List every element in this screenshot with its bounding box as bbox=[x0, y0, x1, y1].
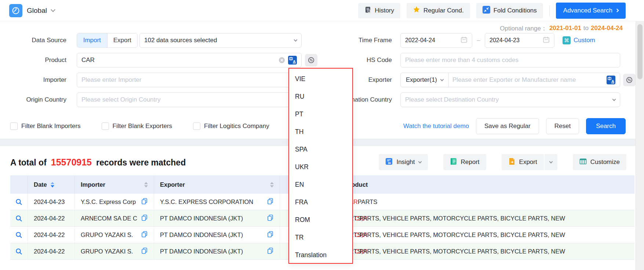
exporter-field: Exporter(1) A bbox=[400, 73, 620, 87]
exporter-header-label: Exporter bbox=[160, 181, 185, 188]
history-button[interactable]: History bbox=[358, 3, 400, 18]
copy-icon[interactable] bbox=[138, 231, 148, 239]
export-more-button[interactable] bbox=[544, 154, 557, 170]
sort-icon[interactable] bbox=[144, 182, 148, 187]
synonym-search-icon[interactable] bbox=[623, 74, 636, 86]
product-input[interactable] bbox=[81, 56, 276, 64]
detail-search-icon[interactable] bbox=[15, 215, 23, 222]
time-frame-end-input[interactable]: 2024-04-23 bbox=[485, 33, 554, 48]
language-option[interactable]: SPA bbox=[289, 141, 352, 158]
insight-icon: BI bbox=[385, 158, 393, 167]
copy-icon[interactable] bbox=[138, 214, 148, 223]
report-icon bbox=[450, 158, 457, 167]
time-frame-start-input[interactable]: 2022-04-24 bbox=[400, 33, 472, 48]
copy-icon[interactable] bbox=[264, 231, 274, 239]
filter-blank-importers-checkbox[interactable]: Filter Blank Importers bbox=[10, 123, 81, 130]
trade-search-page: Global History Regular Cond. Fold Condit… bbox=[0, 0, 644, 270]
tab-export[interactable]: Export bbox=[107, 33, 138, 47]
date-cell: 2024-04-22 bbox=[28, 210, 75, 226]
language-option[interactable]: EN bbox=[289, 176, 352, 193]
chevron-down-icon bbox=[418, 160, 422, 163]
global-logo-icon bbox=[9, 4, 22, 17]
customize-button[interactable]: Customize bbox=[573, 154, 626, 170]
chevron-right-icon bbox=[615, 9, 619, 12]
synonym-search-icon[interactable] bbox=[305, 54, 317, 66]
star-icon bbox=[413, 6, 420, 15]
language-option[interactable]: FRA bbox=[289, 193, 352, 211]
fold-conditions-label: Fold Conditions bbox=[494, 7, 537, 14]
tab-import[interactable]: Import bbox=[77, 33, 107, 47]
product-cell: CAR PARTS, CAR PARTS, VEHICLE PARTS, MOT… bbox=[328, 243, 634, 259]
copy-icon[interactable] bbox=[138, 198, 148, 206]
copy-icon[interactable] bbox=[264, 214, 274, 223]
tutorial-demo-link[interactable]: Watch the tutorial demo bbox=[403, 123, 469, 130]
sort-icon[interactable] bbox=[51, 182, 54, 187]
language-option[interactable]: RU bbox=[289, 88, 352, 105]
data-source-selected-value: 102 data sources selected bbox=[144, 37, 217, 44]
time-frame-start-value: 2022-04-24 bbox=[405, 37, 435, 44]
search-button[interactable]: Search bbox=[586, 118, 626, 134]
destination-country-select[interactable]: Please select Destination Country bbox=[400, 92, 620, 107]
language-option[interactable]: TR bbox=[289, 229, 352, 246]
detail-search-icon[interactable] bbox=[15, 248, 23, 255]
exporter-scope-select[interactable]: Exporter(1) bbox=[401, 73, 449, 87]
language-option[interactable]: ROM bbox=[289, 211, 352, 229]
advanced-search-button[interactable]: Advanced Search bbox=[556, 3, 626, 19]
clear-icon[interactable] bbox=[279, 57, 285, 63]
product-field: A bbox=[77, 53, 302, 68]
save-as-regular-button[interactable]: Save as Regular bbox=[476, 118, 539, 134]
exporter-cell: PT DAMCO INDONESIA (JKT) bbox=[154, 243, 280, 259]
chevron-down-icon bbox=[294, 38, 298, 41]
date-cell: 2024-04-22 bbox=[28, 243, 75, 259]
detail-search-icon[interactable] bbox=[15, 231, 23, 239]
language-option[interactable]: Translation bbox=[289, 246, 352, 264]
vertical-scrollbar[interactable] bbox=[636, 21, 644, 270]
detail-search-icon[interactable] bbox=[15, 198, 23, 206]
exporter-input[interactable] bbox=[452, 76, 604, 84]
product-label: Product bbox=[0, 56, 66, 64]
copy-icon[interactable] bbox=[264, 198, 274, 206]
importer-column-header: Importer bbox=[75, 175, 154, 194]
filter-blank-exporters-checkbox[interactable]: Filter Blank Exporters bbox=[102, 123, 172, 130]
date-cell: 2024-04-23 bbox=[28, 194, 75, 210]
importer-input[interactable] bbox=[81, 76, 297, 84]
time-frame-end-value: 2024-04-23 bbox=[490, 37, 520, 44]
copy-icon[interactable] bbox=[264, 247, 274, 256]
checkbox-icon bbox=[102, 123, 109, 130]
insight-button[interactable]: BI Insight bbox=[379, 154, 427, 170]
language-option[interactable]: TH bbox=[289, 123, 352, 141]
customize-icon bbox=[579, 158, 587, 167]
importer-cell: GRUPO YAZAKI S. bbox=[75, 227, 154, 243]
origin-country-label: Origin Country bbox=[0, 96, 66, 103]
date-column-header: Date bbox=[28, 175, 75, 194]
detail-column-header bbox=[10, 175, 28, 194]
data-source-select[interactable]: 102 data sources selected bbox=[139, 33, 302, 48]
date-header-label: Date bbox=[34, 181, 47, 188]
product-cell: CAR PARTS, CAR PARTS, VEHICLE PARTS, MOT… bbox=[328, 210, 634, 226]
importer-field bbox=[77, 73, 302, 87]
destination-country-placeholder: Please select Destination Country bbox=[405, 96, 499, 103]
language-option[interactable]: UKR bbox=[289, 158, 352, 176]
copy-icon[interactable] bbox=[138, 247, 148, 256]
topbar-actions: History Regular Cond. Fold Conditions Ad… bbox=[358, 3, 626, 19]
scrollbar-thumb[interactable] bbox=[637, 24, 643, 79]
regular-cond-label: Regular Cond. bbox=[423, 7, 464, 14]
translate-icon[interactable]: A bbox=[288, 56, 297, 65]
custom-timeframe-button[interactable]: ⌘ Custom bbox=[563, 36, 595, 44]
hs-code-input[interactable] bbox=[405, 56, 615, 64]
language-option[interactable]: PT bbox=[289, 105, 352, 123]
region-selector[interactable]: Global bbox=[9, 4, 55, 17]
language-option[interactable]: VIE bbox=[289, 70, 352, 88]
regular-cond-button[interactable]: Regular Cond. bbox=[407, 3, 470, 18]
fold-conditions-button[interactable]: Fold Conditions bbox=[476, 3, 543, 18]
svg-text:A: A bbox=[611, 79, 614, 84]
sort-icon[interactable] bbox=[270, 182, 274, 187]
export-button[interactable]: Export bbox=[502, 154, 544, 170]
filter-logistics-company-checkbox[interactable]: Filter Logitics Company bbox=[193, 123, 269, 130]
report-button[interactable]: Report bbox=[443, 154, 486, 170]
translate-icon[interactable]: A bbox=[607, 76, 615, 84]
filter-label: Filter Logitics Company bbox=[204, 123, 269, 130]
filter-label: Filter Blank Exporters bbox=[113, 123, 172, 130]
reset-button[interactable]: Reset bbox=[546, 118, 579, 134]
origin-country-select[interactable]: Please select Origin Country bbox=[77, 92, 302, 107]
